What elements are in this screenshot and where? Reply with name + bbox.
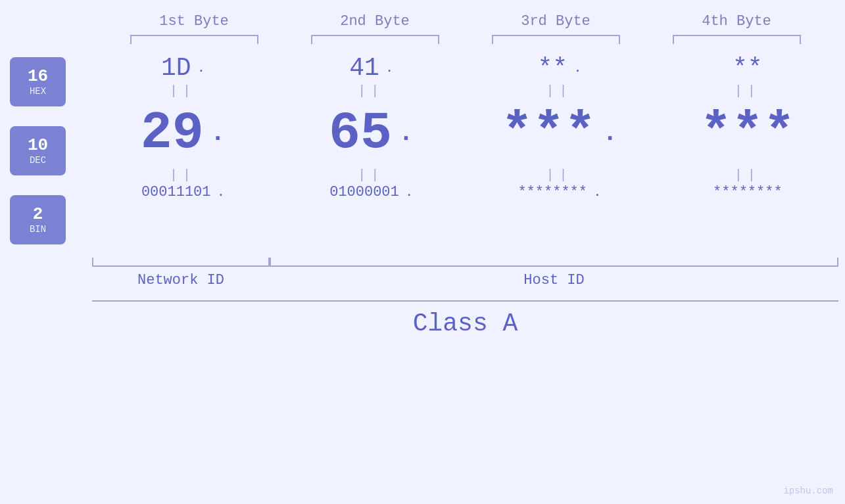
network-bracket bbox=[92, 258, 270, 267]
hex-val-4: ** bbox=[733, 54, 763, 82]
hex-dot-3: . bbox=[574, 62, 581, 75]
bin-val-2: 01000001 bbox=[329, 184, 399, 200]
dec-cell-4: *** bbox=[659, 103, 836, 163]
bin-badge-num: 2 bbox=[33, 205, 43, 224]
dec-val-3: *** bbox=[501, 103, 596, 163]
hex-badge: 16 HEX bbox=[10, 57, 66, 106]
bin-cell-2: 01000001 . bbox=[282, 184, 460, 200]
hex-cell-1: 1D . bbox=[94, 54, 272, 82]
hex-val-1: 1D bbox=[161, 54, 191, 82]
rows-area: 16 HEX 10 DEC 2 BIN 1D . 41 bbox=[10, 51, 842, 251]
dec-cell-2: 65 . bbox=[282, 103, 460, 163]
hex-val-2: 41 bbox=[349, 54, 379, 82]
hex-row: 1D . 41 . ** . ** bbox=[89, 51, 842, 82]
hex-val-3: ** bbox=[537, 54, 567, 82]
host-bracket bbox=[270, 258, 838, 267]
dec-dot-1: . bbox=[210, 119, 226, 147]
hex-cell-3: ** . bbox=[471, 54, 648, 82]
class-bracket-line bbox=[92, 300, 838, 302]
hex-badge-label: HEX bbox=[30, 86, 46, 97]
bin-cell-1: 00011101 . bbox=[94, 184, 272, 200]
bottom-brackets bbox=[92, 258, 838, 267]
sep-b-4: || bbox=[675, 168, 820, 183]
bracket-1 bbox=[130, 35, 258, 44]
hex-cell-4: ** bbox=[659, 54, 836, 82]
dec-cell-3: *** . bbox=[471, 103, 648, 163]
bin-badge-label: BIN bbox=[30, 224, 46, 235]
bottom-section: Network ID Host ID bbox=[92, 258, 838, 288]
byte-header-3: 3rd Byte bbox=[483, 13, 628, 30]
dec-cell-1: 29 . bbox=[94, 103, 272, 163]
bottom-labels: Network ID Host ID bbox=[92, 272, 838, 288]
byte-headers: 1st Byte 2nd Byte 3rd Byte 4th Byte bbox=[104, 13, 827, 30]
dec-dot-3: . bbox=[602, 119, 617, 147]
sep-b-3: || bbox=[487, 168, 632, 183]
dec-badge-label: DEC bbox=[30, 155, 46, 166]
dec-badge-num: 10 bbox=[28, 136, 48, 155]
main-container: 1st Byte 2nd Byte 3rd Byte 4th Byte 16 H… bbox=[0, 0, 845, 504]
bin-badge: 2 BIN bbox=[10, 195, 66, 244]
dec-val-1: 29 bbox=[141, 103, 204, 163]
hex-dot-2: . bbox=[386, 62, 393, 75]
byte-header-4: 4th Byte bbox=[664, 13, 809, 30]
byte-header-1: 1st Byte bbox=[122, 13, 266, 30]
dec-dot-2: . bbox=[398, 119, 414, 147]
hex-dot-1: . bbox=[198, 62, 205, 75]
bin-val-3: ******** bbox=[518, 184, 587, 200]
sep-4: || bbox=[675, 83, 820, 99]
dec-val-4: *** bbox=[700, 103, 795, 163]
bin-dot-2: . bbox=[406, 186, 413, 199]
top-brackets bbox=[104, 35, 827, 44]
sep-3: || bbox=[487, 83, 632, 99]
network-id-label: Network ID bbox=[92, 272, 270, 288]
sep-row-hex-dec: || || || || bbox=[89, 82, 842, 100]
bin-cell-3: ******** . bbox=[471, 184, 648, 200]
bin-dot-3: . bbox=[594, 186, 601, 199]
sep-b-1: || bbox=[110, 168, 255, 183]
sep-1: || bbox=[110, 83, 255, 99]
byte-header-2: 2nd Byte bbox=[302, 13, 447, 30]
hex-badge-num: 16 bbox=[28, 67, 48, 86]
bin-row: 00011101 . 01000001 . ******** . *******… bbox=[89, 184, 842, 207]
hex-cell-2: 41 . bbox=[282, 54, 460, 82]
bin-dot-1: . bbox=[218, 186, 225, 199]
sep-b-2: || bbox=[299, 168, 443, 183]
bin-cell-4: ******** bbox=[659, 184, 836, 200]
values-grid: 1D . 41 . ** . ** || || || bbox=[89, 51, 842, 251]
class-label: Class A bbox=[92, 309, 838, 338]
bracket-2 bbox=[311, 35, 439, 44]
sep-2: || bbox=[299, 83, 443, 99]
bin-val-4: ******** bbox=[713, 184, 783, 200]
dec-badge: 10 DEC bbox=[10, 126, 66, 175]
dec-val-2: 65 bbox=[329, 103, 392, 163]
bracket-4 bbox=[673, 35, 801, 44]
sep-row-dec-bin: || || || || bbox=[89, 166, 842, 184]
badges-column: 16 HEX 10 DEC 2 BIN bbox=[10, 51, 89, 251]
dec-row: 29 . 65 . *** . *** bbox=[89, 100, 842, 166]
bin-val-1: 00011101 bbox=[141, 184, 211, 200]
class-section: Class A bbox=[92, 300, 838, 338]
watermark: ipshu.com bbox=[783, 486, 833, 496]
bracket-3 bbox=[492, 35, 620, 44]
host-id-label: Host ID bbox=[270, 272, 838, 288]
